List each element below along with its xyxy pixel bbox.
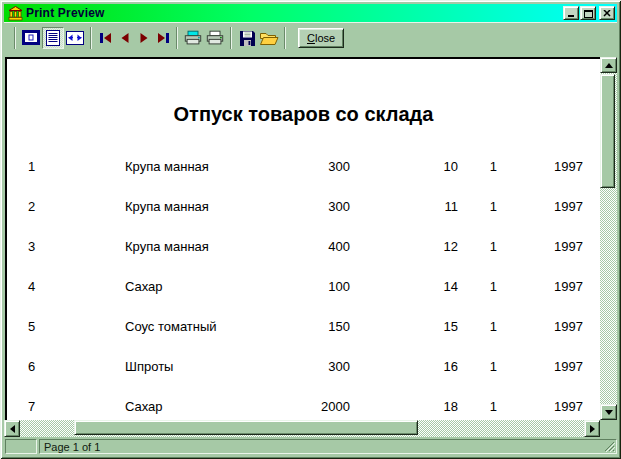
triangle-up-icon: [605, 63, 613, 68]
horizontal-scroll-track[interactable]: [20, 420, 584, 437]
row-number-cell: 1: [28, 159, 35, 174]
year-cell: 1997: [523, 359, 583, 374]
prior-page-icon: [117, 32, 133, 44]
vertical-scrollbar[interactable]: [600, 57, 617, 420]
status-panel-page: Page 1 of 1: [39, 439, 617, 454]
minimize-button[interactable]: [563, 6, 579, 20]
next-page-button[interactable]: [134, 27, 153, 49]
toolbar-separator: [230, 27, 232, 49]
first-page-icon: [98, 32, 114, 44]
zoom-width-icon: [65, 29, 85, 47]
maximize-icon: [584, 9, 593, 18]
toolbar-separator: [90, 27, 92, 49]
maximize-button[interactable]: [580, 6, 596, 20]
row-number-cell: 5: [28, 319, 35, 334]
quantity-cell: 300: [250, 199, 350, 214]
month-cell: 1: [457, 279, 497, 294]
row-number-cell: 6: [28, 359, 35, 374]
product-name-cell: Крупа манная: [125, 159, 209, 174]
status-bar: Page 1 of 1: [4, 437, 617, 455]
month-cell: 1: [457, 359, 497, 374]
month-cell: 1: [457, 159, 497, 174]
resize-grip[interactable]: [604, 441, 615, 452]
print-button[interactable]: [204, 27, 226, 49]
quantity-cell: 400: [250, 239, 350, 254]
day-cell: 18: [398, 399, 458, 414]
month-cell: 1: [457, 319, 497, 334]
zoom-fit-icon: [21, 29, 41, 47]
zoom-100-button[interactable]: [42, 27, 64, 49]
table-row: 7 Сахар 2000 18 1 1997: [7, 399, 600, 415]
scroll-right-button[interactable]: [584, 420, 600, 437]
product-name-cell: Сахар: [125, 279, 163, 294]
quantity-cell: 100: [250, 279, 350, 294]
report-page: Отпуск товаров со склада 1 Крупа манная …: [5, 57, 600, 420]
year-cell: 1997: [523, 159, 583, 174]
table-row: 3 Крупа манная 400 12 1 1997: [7, 239, 600, 255]
page-info-label: Page 1 of 1: [44, 441, 100, 453]
vertical-scroll-thumb[interactable]: [600, 74, 615, 188]
quantity-cell: 2000: [250, 399, 350, 414]
product-name-cell: Крупа манная: [125, 239, 209, 254]
toolbar-separator: [176, 27, 178, 49]
row-number-cell: 7: [28, 399, 35, 414]
prior-page-button[interactable]: [115, 27, 134, 49]
minimize-icon: [568, 15, 574, 17]
row-number-cell: 3: [28, 239, 35, 254]
quantity-cell: 150: [250, 319, 350, 334]
vertical-scroll-track[interactable]: [600, 73, 617, 404]
last-page-icon: [155, 32, 171, 44]
printer-setup-icon: [183, 29, 203, 47]
table-row: 1 Крупа манная 300 10 1 1997: [7, 159, 600, 175]
close-label-rest: lose: [315, 32, 335, 44]
window-title: Print Preview: [26, 6, 563, 20]
day-cell: 12: [398, 239, 458, 254]
zoom-fit-button[interactable]: [20, 27, 42, 49]
load-report-button[interactable]: [258, 27, 280, 49]
horizontal-scroll-thumb[interactable]: [74, 420, 418, 435]
print-preview-window: Print Preview: [0, 0, 621, 459]
close-icon: [603, 10, 611, 17]
day-cell: 11: [398, 199, 458, 214]
save-report-button[interactable]: [236, 27, 258, 49]
first-page-button[interactable]: [96, 27, 115, 49]
close-window-button[interactable]: [599, 6, 615, 20]
zoom-width-button[interactable]: [64, 27, 86, 49]
triangle-down-icon: [605, 410, 613, 415]
table-row: 2 Крупа манная 300 11 1 1997: [7, 199, 600, 215]
printer-setup-button[interactable]: [182, 27, 204, 49]
year-cell: 1997: [523, 399, 583, 414]
year-cell: 1997: [523, 279, 583, 294]
row-number-cell: 2: [28, 199, 35, 214]
status-panel-empty: [5, 439, 37, 454]
scroll-left-button[interactable]: [4, 420, 20, 437]
toolbar: Close: [4, 22, 617, 53]
product-name-cell: Шпроты: [125, 359, 173, 374]
close-label-accel: C: [307, 32, 315, 44]
print-icon: [205, 29, 225, 47]
last-page-button[interactable]: [153, 27, 172, 49]
titlebar[interactable]: Print Preview: [4, 4, 617, 22]
quantity-cell: 300: [250, 359, 350, 374]
triangle-left-icon: [10, 425, 15, 433]
day-cell: 14: [398, 279, 458, 294]
report-title: Отпуск товаров со склада: [7, 103, 600, 126]
month-cell: 1: [457, 239, 497, 254]
triangle-right-icon: [590, 425, 595, 433]
product-name-cell: Соус томатный: [125, 319, 217, 334]
row-number-cell: 4: [28, 279, 35, 294]
table-row: 6 Шпроты 300 16 1 1997: [7, 359, 600, 375]
year-cell: 1997: [523, 319, 583, 334]
horizontal-scrollbar[interactable]: [4, 420, 600, 437]
close-preview-button[interactable]: Close: [298, 28, 344, 48]
table-row: 5 Соус томатный 150 15 1 1997: [7, 319, 600, 335]
scroll-up-button[interactable]: [600, 57, 617, 73]
next-page-icon: [136, 32, 152, 44]
quantity-cell: 300: [250, 159, 350, 174]
product-name-cell: Крупа манная: [125, 199, 209, 214]
toolbar-separator: [284, 27, 286, 49]
scrollbar-corner: [600, 420, 617, 437]
table-row: 4 Сахар 100 14 1 1997: [7, 279, 600, 295]
year-cell: 1997: [523, 199, 583, 214]
scroll-down-button[interactable]: [600, 404, 617, 420]
